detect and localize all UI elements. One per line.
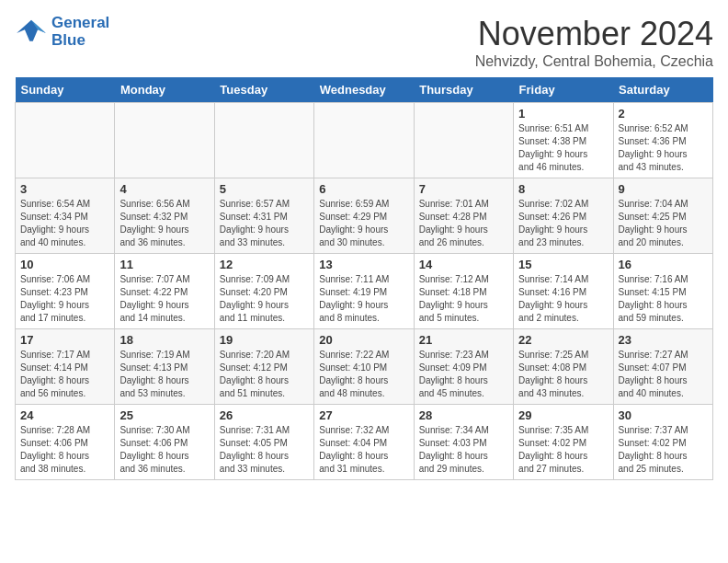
calendar-week-3: 10Sunrise: 7:06 AM Sunset: 4:23 PM Dayli… (16, 254, 713, 329)
calendar-cell: 10Sunrise: 7:06 AM Sunset: 4:23 PM Dayli… (16, 254, 115, 329)
day-info: Sunrise: 6:56 AM Sunset: 4:32 PM Dayligh… (119, 198, 209, 249)
col-header-thursday: Thursday (414, 77, 513, 103)
day-number: 21 (419, 333, 508, 347)
calendar-cell (16, 103, 115, 178)
day-info: Sunrise: 7:25 AM Sunset: 4:08 PM Dayligh… (518, 349, 608, 400)
day-number: 19 (220, 333, 309, 347)
calendar-header-row: SundayMondayTuesdayWednesdayThursdayFrid… (16, 77, 713, 103)
calendar-cell: 17Sunrise: 7:17 AM Sunset: 4:14 PM Dayli… (16, 329, 115, 405)
day-number: 4 (119, 182, 209, 196)
calendar-cell (115, 103, 214, 178)
day-info: Sunrise: 7:09 AM Sunset: 4:20 PM Dayligh… (220, 273, 309, 325)
day-number: 12 (220, 258, 309, 271)
day-number: 7 (419, 182, 508, 196)
calendar-cell: 25Sunrise: 7:30 AM Sunset: 4:06 PM Dayli… (115, 405, 214, 480)
day-number: 24 (20, 408, 109, 422)
header: General Blue November 2024 Nehvizdy, Cen… (15, 15, 713, 70)
day-number: 1 (518, 107, 608, 121)
day-info: Sunrise: 7:27 AM Sunset: 4:07 PM Dayligh… (619, 349, 708, 400)
day-number: 3 (20, 182, 109, 196)
calendar-cell: 12Sunrise: 7:09 AM Sunset: 4:20 PM Dayli… (214, 254, 313, 329)
calendar-cell: 6Sunrise: 6:59 AM Sunset: 4:29 PM Daylig… (314, 178, 414, 254)
day-number: 13 (319, 258, 408, 271)
calendar-cell (414, 103, 513, 178)
col-header-friday: Friday (514, 77, 613, 103)
day-number: 25 (119, 408, 209, 422)
day-number: 20 (319, 333, 408, 347)
calendar-cell: 3Sunrise: 6:54 AM Sunset: 4:34 PM Daylig… (16, 178, 115, 254)
day-info: Sunrise: 7:16 AM Sunset: 4:15 PM Dayligh… (619, 273, 708, 325)
calendar-table: SundayMondayTuesdayWednesdayThursdayFrid… (15, 77, 713, 480)
calendar-week-2: 3Sunrise: 6:54 AM Sunset: 4:34 PM Daylig… (16, 178, 713, 254)
day-number: 30 (619, 408, 708, 422)
day-info: Sunrise: 7:02 AM Sunset: 4:26 PM Dayligh… (518, 198, 608, 249)
day-info: Sunrise: 7:32 AM Sunset: 4:04 PM Dayligh… (319, 424, 408, 476)
calendar-cell: 4Sunrise: 6:56 AM Sunset: 4:32 PM Daylig… (115, 178, 214, 254)
day-info: Sunrise: 6:51 AM Sunset: 4:38 PM Dayligh… (518, 122, 608, 174)
calendar-cell: 13Sunrise: 7:11 AM Sunset: 4:19 PM Dayli… (314, 254, 414, 329)
month-title: November 2024 (475, 15, 713, 53)
calendar-cell: 9Sunrise: 7:04 AM Sunset: 4:25 PM Daylig… (613, 178, 712, 254)
day-info: Sunrise: 7:12 AM Sunset: 4:18 PM Dayligh… (419, 273, 508, 325)
col-header-tuesday: Tuesday (214, 77, 313, 103)
day-number: 8 (518, 182, 608, 196)
day-info: Sunrise: 7:07 AM Sunset: 4:22 PM Dayligh… (119, 273, 209, 325)
day-info: Sunrise: 7:22 AM Sunset: 4:10 PM Dayligh… (319, 349, 408, 400)
logo: General Blue (15, 15, 109, 49)
day-info: Sunrise: 7:11 AM Sunset: 4:19 PM Dayligh… (319, 273, 408, 325)
calendar-cell (314, 103, 414, 178)
day-info: Sunrise: 7:28 AM Sunset: 4:06 PM Dayligh… (20, 424, 109, 476)
day-number: 22 (518, 333, 608, 347)
calendar-week-4: 17Sunrise: 7:17 AM Sunset: 4:14 PM Dayli… (16, 329, 713, 405)
logo-line1: General (51, 14, 109, 31)
day-info: Sunrise: 7:19 AM Sunset: 4:13 PM Dayligh… (119, 349, 209, 400)
day-info: Sunrise: 7:01 AM Sunset: 4:28 PM Dayligh… (419, 198, 508, 249)
logo-line2: Blue (51, 31, 85, 49)
calendar-cell (214, 103, 313, 178)
calendar-cell: 5Sunrise: 6:57 AM Sunset: 4:31 PM Daylig… (214, 178, 313, 254)
day-number: 11 (119, 258, 209, 271)
day-number: 29 (518, 408, 608, 422)
day-info: Sunrise: 7:20 AM Sunset: 4:12 PM Dayligh… (220, 349, 309, 400)
calendar-cell: 29Sunrise: 7:35 AM Sunset: 4:02 PM Dayli… (514, 405, 613, 480)
day-info: Sunrise: 6:52 AM Sunset: 4:36 PM Dayligh… (619, 122, 708, 174)
calendar-cell: 28Sunrise: 7:34 AM Sunset: 4:03 PM Dayli… (414, 405, 513, 480)
day-info: Sunrise: 6:59 AM Sunset: 4:29 PM Dayligh… (319, 198, 408, 249)
day-number: 26 (220, 408, 309, 422)
day-number: 14 (419, 258, 508, 271)
day-number: 16 (619, 258, 708, 271)
day-number: 6 (319, 182, 408, 196)
day-info: Sunrise: 7:14 AM Sunset: 4:16 PM Dayligh… (518, 273, 608, 325)
col-header-wednesday: Wednesday (314, 77, 414, 103)
calendar-cell: 8Sunrise: 7:02 AM Sunset: 4:26 PM Daylig… (514, 178, 613, 254)
day-info: Sunrise: 7:17 AM Sunset: 4:14 PM Dayligh… (20, 349, 109, 400)
day-info: Sunrise: 7:30 AM Sunset: 4:06 PM Dayligh… (119, 424, 209, 476)
day-number: 10 (20, 258, 109, 271)
day-info: Sunrise: 7:34 AM Sunset: 4:03 PM Dayligh… (419, 424, 508, 476)
day-info: Sunrise: 7:06 AM Sunset: 4:23 PM Dayligh… (20, 273, 109, 325)
day-info: Sunrise: 6:54 AM Sunset: 4:34 PM Dayligh… (20, 198, 109, 249)
calendar-cell: 27Sunrise: 7:32 AM Sunset: 4:04 PM Dayli… (314, 405, 414, 480)
calendar-cell: 23Sunrise: 7:27 AM Sunset: 4:07 PM Dayli… (613, 329, 712, 405)
calendar-cell: 1Sunrise: 6:51 AM Sunset: 4:38 PM Daylig… (514, 103, 613, 178)
day-info: Sunrise: 6:57 AM Sunset: 4:31 PM Dayligh… (220, 198, 309, 249)
calendar-cell: 21Sunrise: 7:23 AM Sunset: 4:09 PM Dayli… (414, 329, 513, 405)
calendar-cell: 20Sunrise: 7:22 AM Sunset: 4:10 PM Dayli… (314, 329, 414, 405)
location-title: Nehvizdy, Central Bohemia, Czechia (475, 53, 713, 70)
day-number: 28 (419, 408, 508, 422)
calendar-week-1: 1Sunrise: 6:51 AM Sunset: 4:38 PM Daylig… (16, 103, 713, 178)
day-info: Sunrise: 7:04 AM Sunset: 4:25 PM Dayligh… (619, 198, 708, 249)
day-number: 15 (518, 258, 608, 271)
day-info: Sunrise: 7:37 AM Sunset: 4:02 PM Dayligh… (619, 424, 708, 476)
logo-icon (15, 18, 48, 46)
title-area: November 2024 Nehvizdy, Central Bohemia,… (475, 15, 713, 70)
day-number: 9 (619, 182, 708, 196)
calendar-cell: 26Sunrise: 7:31 AM Sunset: 4:05 PM Dayli… (214, 405, 313, 480)
day-number: 17 (20, 333, 109, 347)
calendar-cell: 16Sunrise: 7:16 AM Sunset: 4:15 PM Dayli… (613, 254, 712, 329)
day-number: 23 (619, 333, 708, 347)
calendar-cell: 18Sunrise: 7:19 AM Sunset: 4:13 PM Dayli… (115, 329, 214, 405)
col-header-saturday: Saturday (613, 77, 712, 103)
col-header-sunday: Sunday (16, 77, 115, 103)
day-info: Sunrise: 7:23 AM Sunset: 4:09 PM Dayligh… (419, 349, 508, 400)
